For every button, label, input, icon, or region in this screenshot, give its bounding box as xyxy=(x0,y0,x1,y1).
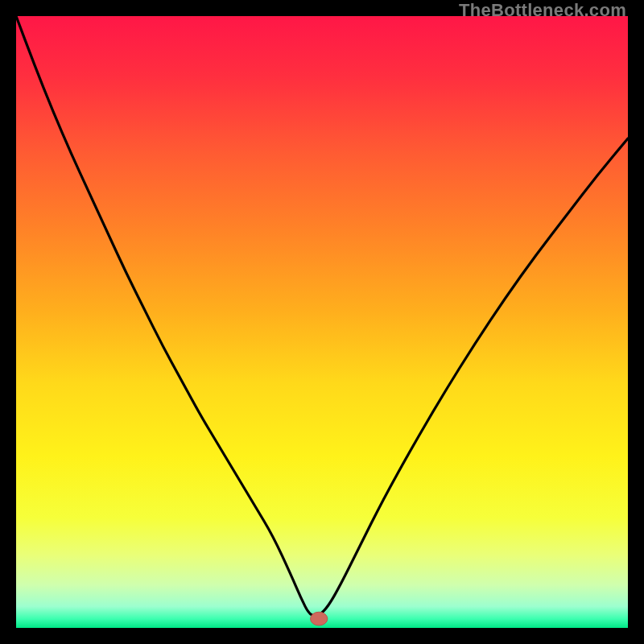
gradient-background xyxy=(16,16,628,628)
watermark-text: TheBottleneck.com xyxy=(459,0,626,21)
chart-frame: TheBottleneck.com xyxy=(0,0,644,644)
optimum-marker xyxy=(311,612,328,625)
plot-area xyxy=(16,16,628,628)
bottleneck-chart xyxy=(16,16,628,628)
